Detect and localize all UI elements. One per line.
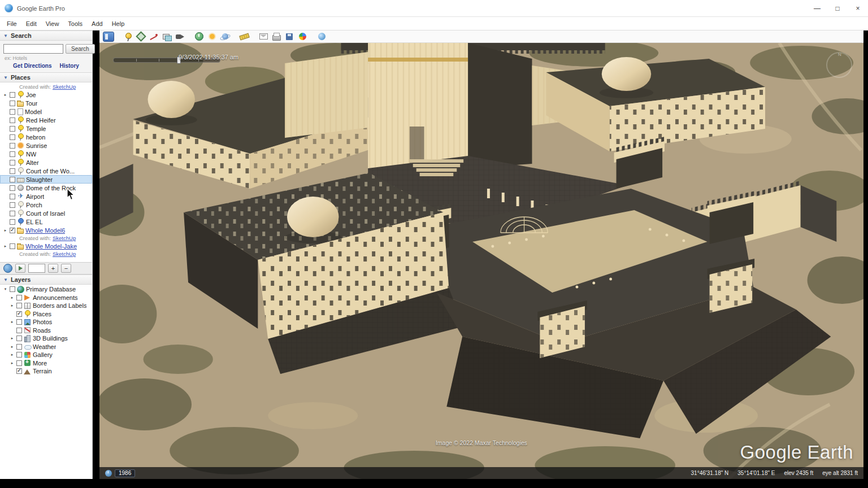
- visibility-checkbox[interactable]: [10, 92, 15, 98]
- collapse-triangle-icon[interactable]: ▼: [3, 33, 8, 38]
- tree-item-tour[interactable]: Tour: [0, 99, 92, 107]
- tree-item-el-el[interactable]: EL EL: [0, 217, 92, 226]
- tree-item-dome-of-the-rock[interactable]: Dome of the Rock: [0, 184, 92, 192]
- toggle-sidebar-icon[interactable]: [103, 32, 114, 42]
- item-label[interactable]: hebron: [26, 134, 45, 141]
- expander-arrow[interactable]: ▸: [10, 361, 15, 365]
- visibility-checkbox[interactable]: [10, 160, 15, 165]
- menu-help[interactable]: Help: [107, 19, 129, 29]
- item-label[interactable]: Whole Model6: [25, 227, 65, 234]
- collapse-triangle-icon[interactable]: ▼: [3, 277, 8, 282]
- visibility-checkbox[interactable]: [16, 328, 22, 333]
- item-label[interactable]: Announcements: [33, 294, 78, 301]
- visibility-checkbox[interactable]: [10, 211, 15, 216]
- expander-arrow[interactable]: ▸: [3, 244, 8, 249]
- collapse-triangle-icon[interactable]: ▼: [3, 75, 8, 80]
- tree-item-hebron[interactable]: hebron: [0, 133, 92, 141]
- expander-arrow[interactable]: ▸: [10, 320, 15, 324]
- add-path-icon[interactable]: [148, 32, 159, 42]
- add-placemark-icon[interactable]: [122, 32, 133, 42]
- tree-item-primary-database[interactable]: ▾Primary Database: [0, 285, 92, 294]
- tree-item-court-of-the-wo-[interactable]: Court of the Wo...: [0, 167, 92, 175]
- sketchup-link[interactable]: SketchUp: [53, 84, 76, 90]
- visibility-checkbox[interactable]: [16, 352, 22, 358]
- visibility-checkbox[interactable]: [10, 219, 15, 225]
- places-panel-header[interactable]: ▼ Places: [0, 72, 92, 82]
- minimize-button[interactable]: —: [807, 0, 827, 17]
- item-label[interactable]: Tour: [25, 100, 37, 107]
- tree-item-airport[interactable]: Airport: [0, 192, 92, 201]
- historical-imagery-icon[interactable]: [193, 32, 205, 42]
- visibility-checkbox[interactable]: [16, 360, 22, 366]
- item-label[interactable]: Dome of the Rock: [26, 185, 76, 191]
- item-label[interactable]: Places: [33, 311, 51, 317]
- item-label[interactable]: Terrain: [33, 368, 52, 374]
- created-with-row[interactable]: Created with: SketchUp: [0, 83, 92, 90]
- visibility-checkbox[interactable]: [16, 311, 22, 317]
- tree-item-roads[interactable]: Roads: [0, 326, 92, 335]
- item-label[interactable]: EL EL: [26, 219, 43, 225]
- created-with-row[interactable]: Created with: SketchUp: [0, 250, 92, 258]
- item-label[interactable]: Airport: [26, 193, 44, 200]
- item-label[interactable]: Court of Israel: [26, 210, 65, 217]
- map-viewport[interactable]: 9/3/2022 11:35:37 am Image © 2022 Maxar …: [99, 43, 863, 479]
- visibility-checkbox[interactable]: [16, 368, 22, 374]
- tree-item-court-of-israel[interactable]: Court of Israel: [0, 209, 92, 217]
- get-directions-link[interactable]: Get Directions: [13, 63, 51, 69]
- tree-item-sunrise[interactable]: Sunrise: [0, 141, 92, 150]
- tree-item-announcements[interactable]: ▸Announcements: [0, 294, 92, 302]
- item-label[interactable]: Temple: [26, 125, 46, 132]
- item-label[interactable]: Joe: [26, 91, 36, 98]
- item-label[interactable]: Roads: [33, 327, 51, 334]
- visibility-checkbox[interactable]: [10, 143, 15, 149]
- visibility-checkbox[interactable]: [10, 126, 15, 132]
- tree-item-joe[interactable]: ▸Joe: [0, 90, 92, 99]
- item-label[interactable]: 3D Buildings: [33, 335, 68, 342]
- search-panel-header[interactable]: ▼ Search: [0, 30, 92, 41]
- item-label[interactable]: Court of the Wo...: [26, 168, 75, 175]
- tree-item-nw[interactable]: NW: [0, 150, 92, 158]
- tree-item-temple[interactable]: Temple: [0, 124, 92, 133]
- tree-item-porch[interactable]: Porch: [0, 201, 92, 209]
- ruler-icon[interactable]: [238, 32, 250, 42]
- menu-add[interactable]: Add: [87, 19, 107, 29]
- visibility-checkbox[interactable]: [10, 134, 15, 140]
- historical-year-badge[interactable]: 1986: [115, 469, 135, 477]
- tree-item-slaughter[interactable]: Slaughter: [0, 175, 92, 184]
- expander-arrow[interactable]: ▸: [10, 336, 15, 341]
- menu-view[interactable]: View: [41, 19, 64, 29]
- item-label[interactable]: Whole Model-Jake: [25, 243, 77, 250]
- expander-arrow[interactable]: ▸: [3, 93, 8, 97]
- tree-item-gallery[interactable]: ▸Gallery: [0, 351, 92, 359]
- visibility-checkbox[interactable]: [16, 319, 22, 325]
- print-icon[interactable]: [271, 32, 282, 42]
- tree-item-whole-model-jake[interactable]: ▸Whole Model-Jake: [0, 242, 92, 250]
- close-button[interactable]: ×: [848, 0, 868, 17]
- view-in-google-maps-icon[interactable]: [297, 32, 308, 42]
- item-label[interactable]: More: [33, 360, 47, 367]
- tree-item-places[interactable]: Places: [0, 310, 92, 319]
- history-link[interactable]: History: [59, 63, 79, 69]
- visibility-checkbox[interactable]: [10, 109, 15, 115]
- save-image-icon[interactable]: [284, 32, 295, 42]
- item-label[interactable]: Slaughter: [26, 176, 53, 183]
- tree-item-3d-buildings[interactable]: ▸3D Buildings: [0, 334, 92, 343]
- sketchup-link[interactable]: SketchUp: [53, 235, 76, 241]
- opacity-button[interactable]: [28, 264, 45, 273]
- item-label[interactable]: Borders and Labels: [33, 302, 86, 309]
- visibility-checkbox[interactable]: [16, 303, 22, 308]
- layers-panel-header[interactable]: ▼ Layers: [0, 274, 92, 285]
- visibility-checkbox[interactable]: [10, 168, 15, 174]
- add-polygon-icon[interactable]: [135, 32, 146, 42]
- visibility-checkbox[interactable]: [16, 336, 22, 341]
- search-button[interactable]: Search: [66, 44, 95, 54]
- menu-file[interactable]: File: [2, 19, 21, 29]
- tree-item-photos[interactable]: ▸Photos: [0, 318, 92, 326]
- visibility-checkbox[interactable]: [10, 177, 15, 182]
- compass-control[interactable]: [826, 52, 852, 78]
- expander-arrow[interactable]: ▸: [10, 352, 15, 357]
- menu-tools[interactable]: Tools: [63, 19, 87, 29]
- fly-to-button[interactable]: [3, 264, 12, 273]
- created-with-row[interactable]: Created with: SketchUp: [0, 234, 92, 242]
- expander-arrow[interactable]: ▸: [10, 295, 15, 300]
